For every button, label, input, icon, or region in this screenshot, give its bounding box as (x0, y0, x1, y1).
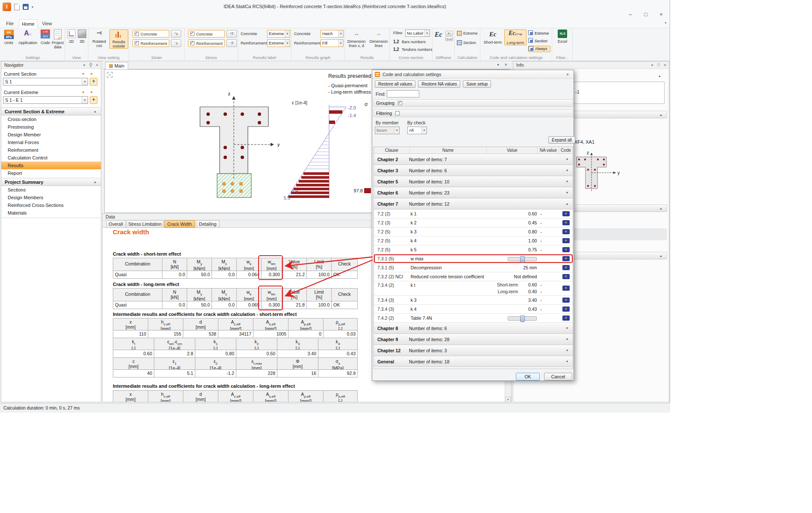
prev-extreme-button[interactable]: ◄ (79, 89, 87, 95)
project-data-button[interactable]: Project data (51, 29, 65, 49)
restore-na-values-button[interactable]: Restore NA values (418, 80, 460, 88)
fibre-label-select[interactable]: No Label▾ (405, 29, 430, 37)
results-graph-concrete-select[interactable]: Hatch▾ (321, 30, 344, 38)
tab-overall[interactable]: Overall (106, 220, 126, 228)
col-code[interactable]: Code (559, 147, 573, 153)
filtering-band[interactable]: Filtering (374, 109, 573, 117)
tab-file[interactable]: File (2, 19, 18, 28)
close-tab-icon[interactable]: × (505, 62, 507, 67)
prev-section-button[interactable]: ◄ (79, 71, 87, 77)
strain-reinforcement-toggle[interactable]: Reinforcement (132, 39, 169, 47)
tendons-numbers-button[interactable]: Tendons numbers (402, 46, 432, 53)
chevron-down-icon[interactable]: ▼ (562, 338, 573, 341)
next-extreme-button[interactable]: ► (88, 89, 96, 95)
code-extreme-toggle[interactable]: Extreme (528, 30, 550, 37)
chapter-row[interactable]: Chapter 3Number of items: 6▼ (374, 165, 573, 176)
tab-detailing[interactable]: Detailing (196, 220, 220, 228)
save-icon[interactable] (23, 4, 29, 10)
settings-row[interactable]: 7.3.1 (5)w max∗ (374, 254, 573, 263)
strain-concrete-toggle[interactable]: Concrete (132, 30, 169, 38)
stiffness-long-badge[interactable]: (1+φ) (445, 36, 453, 41)
chevron-down-icon[interactable]: ▼ (562, 349, 573, 352)
chevron-down-icon[interactable]: ▼ (562, 327, 573, 330)
col-clause[interactable]: Clause (374, 147, 410, 153)
sidebar-item-report[interactable]: Report (1, 169, 101, 177)
dimension-lines-button[interactable]: ↔ Dimension lines (368, 29, 389, 48)
eurocode-icon[interactable]: ∗ (562, 247, 570, 252)
calculation-extreme-button[interactable]: Extreme (463, 29, 478, 37)
chevron-down-icon[interactable]: ▼ (562, 360, 573, 363)
settings-row[interactable]: 7.3.1 (5)Decompression25 mm∗ (374, 263, 573, 272)
chapter-row[interactable]: Chapter 2Number of items: 7▼ (374, 154, 573, 165)
add-extreme-button[interactable]: + (90, 96, 97, 104)
settings-row[interactable]: 7.4.2 (2)Table 7.4N∗ (374, 314, 573, 323)
chevron-up-icon[interactable]: ▲ (562, 202, 573, 205)
cancel-button[interactable]: Cancel (544, 373, 572, 380)
strain-concrete-checkbox[interactable] (135, 32, 139, 36)
chevron-down-icon[interactable]: ▼ (562, 191, 573, 194)
tab-list-icon[interactable]: ▼ (497, 63, 500, 66)
chapter-row[interactable]: Chapter 7Number of items: 12▲ (374, 198, 573, 209)
stress-remove-label-button[interactable]: ⁻F (227, 39, 237, 47)
chapter-row[interactable]: GeneralNumber of items: 18▼ (374, 356, 573, 367)
filtering-checkbox[interactable] (395, 111, 400, 115)
sidebar-item-prestressing[interactable]: Prestressing (1, 123, 101, 131)
chapter-row[interactable]: Chapter 8Number of items: 6▼ (374, 323, 573, 334)
settings-row[interactable]: 7.2 (5)k 41.00-∗ (374, 236, 573, 245)
results-graph-reinforcement-select[interactable]: Fill▾ (321, 39, 344, 47)
info-close-icon[interactable]: × (662, 62, 668, 69)
slider-thumb[interactable] (520, 315, 525, 322)
view-2d-button[interactable]: 2D (67, 29, 76, 44)
tab-view[interactable]: View (38, 19, 56, 28)
nav-section-header-summary[interactable]: Project Summary ▲ (1, 178, 101, 186)
navigator-chevron-icon[interactable]: ▼ (81, 62, 87, 69)
scroll-down-icon[interactable]: ▼ (505, 397, 511, 402)
dialog-titlebar[interactable]: Code and calculation settings × (372, 70, 574, 79)
tab-crack-width[interactable]: Crack Width (164, 220, 195, 228)
stress-add-label-button[interactable]: ⁺F (227, 30, 237, 38)
by-check-select[interactable]: All▾ (407, 127, 427, 134)
results-outside-button[interactable]: Results outside (109, 29, 128, 49)
stress-concrete-checkbox[interactable] (190, 32, 194, 36)
current-extreme-select[interactable]: S 1 - E 1 ▾ (3, 96, 88, 104)
find-input[interactable] (387, 90, 419, 97)
sidebar-item-materials[interactable]: Materials (1, 209, 101, 217)
settings-row[interactable]: 7.3.4 (3)k 33.40-∗ (374, 296, 573, 305)
ok-button[interactable]: OK (516, 373, 540, 380)
next-section-button[interactable]: ► (88, 71, 96, 77)
stress-concrete-toggle[interactable]: Concrete (188, 30, 225, 38)
sidebar-item-design-members[interactable]: Design Members (1, 194, 101, 201)
sidebar-item-internal-forces[interactable]: Internal Forces (1, 139, 101, 146)
eurocode-icon[interactable]: ∗ (562, 307, 570, 312)
value-slider[interactable] (508, 257, 537, 261)
ec-short-term-button[interactable]: Ec Short-term (482, 29, 503, 44)
code-section-toggle[interactable]: Section (528, 38, 550, 44)
settings-row[interactable]: 7.3.4 (3)k 40.43-∗ (374, 305, 573, 314)
settings-row[interactable]: 7.2 (5)k 50.75-∗ (374, 245, 573, 254)
eurocode-icon[interactable]: ∗ (562, 211, 570, 216)
maximize-button[interactable]: □ (638, 9, 653, 20)
results-label-concrete-select[interactable]: Extreme▾ (267, 30, 290, 38)
close-button[interactable]: × (653, 9, 669, 20)
current-section-select[interactable]: S 1 ▾ (3, 78, 88, 86)
settings-row[interactable]: 7.2 (2)k 10.60-∗ (374, 209, 573, 218)
chapter-row[interactable]: Chapter 9Number of items: 28▼ (374, 334, 573, 345)
expand-all-button[interactable]: Expand all (548, 136, 575, 144)
save-setup-button[interactable]: Save setup (463, 80, 491, 88)
sidebar-item-design-member[interactable]: Design Member (1, 131, 101, 139)
stiffness-short-badge[interactable]: Ec (445, 31, 453, 35)
eurocode-icon[interactable]: ∗ (562, 286, 570, 291)
chevron-down-icon[interactable]: ▼ (562, 180, 573, 183)
nav-section-header-current[interactable]: Current Section & Extreme ▲ (1, 107, 101, 115)
settings-row[interactable]: 7.3.2 (2) NCIReduced concrete tension co… (374, 272, 573, 281)
chevron-up-icon[interactable]: ▲ (659, 252, 662, 260)
dialog-close-icon[interactable]: × (564, 70, 571, 79)
stiffness-ec-button[interactable]: Ec (435, 31, 442, 38)
excel-export-button[interactable]: XLS Excel (554, 29, 571, 44)
strain-reinforcement-checkbox[interactable] (135, 41, 139, 45)
navigator-pin-icon[interactable] (88, 62, 94, 69)
eurocode-icon[interactable]: ∗ (562, 274, 570, 279)
titlebar[interactable]: I ▾ IDEA StatiCa RCS(64bit) - Reinforced… (0, 0, 670, 19)
chevron-down-icon[interactable]: ▼ (562, 158, 573, 161)
col-value[interactable]: Value (487, 147, 538, 153)
